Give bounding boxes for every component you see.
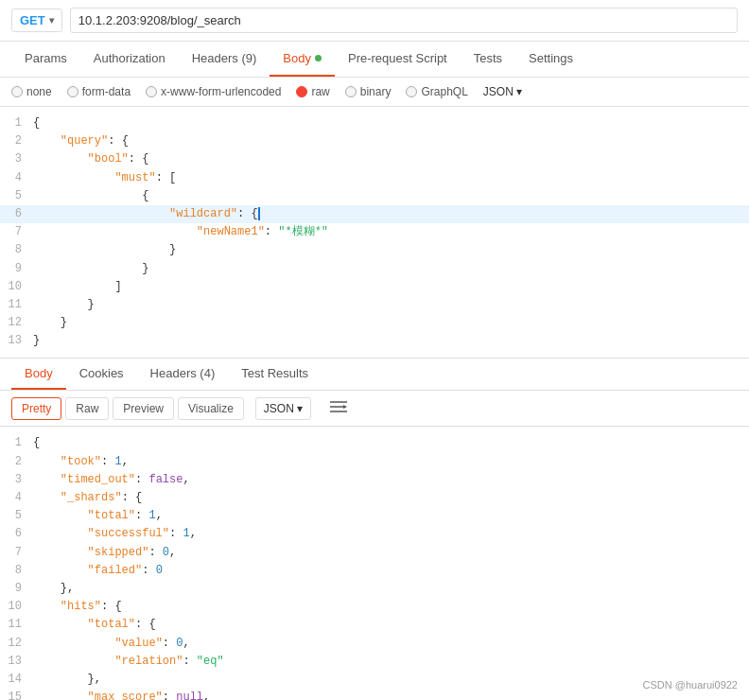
req-line-1: 1 { [0,114,749,132]
resp-line-11: 11 "total": { [0,616,749,634]
radio-binary [345,86,357,97]
url-input[interactable] [70,8,738,33]
req-line-12: 12 } [0,314,749,332]
resp-tab-cookies[interactable]: Cookies [66,359,137,390]
req-line-11: 11 } [0,296,749,314]
resp-line-14: 14 }, [0,671,749,689]
response-body: 1 { 2 "took": 1, 3 "timed_out": false, 4… [0,427,749,700]
body-type-form-data[interactable]: form-data [67,85,131,98]
request-tabs: Params Authorization Headers (9) Body Pr… [0,42,749,78]
resp-tab-test-results[interactable]: Test Results [228,359,322,390]
watermark: CSDN @huarui0922 [643,679,738,691]
json-format-select[interactable]: JSON ▾ [483,85,522,98]
resp-line-1: 1 { [0,434,749,452]
req-line-7: 7 "newName1": "*模糊*" [0,223,749,241]
view-preview-btn[interactable]: Preview [113,397,174,420]
req-line-5: 5 { [0,187,749,205]
tab-settings[interactable]: Settings [515,42,586,77]
request-body-editor[interactable]: 1 { 2 "query": { 3 "bool": { 4 "must": [… [0,107,749,359]
resp-line-10: 10 "hits": { [0,598,749,616]
resp-line-9: 9 }, [0,580,749,598]
resp-line-8: 8 "failed": 0 [0,562,749,580]
resp-line-3: 3 "timed_out": false, [0,471,749,489]
method-label: GET [20,13,45,27]
view-pretty-btn[interactable]: Pretty [11,397,61,420]
req-line-9: 9 } [0,260,749,278]
body-type-none[interactable]: none [11,85,52,98]
resp-tab-headers[interactable]: Headers (4) [137,359,229,390]
radio-none [11,86,23,97]
req-line-8: 8 } [0,241,749,259]
chevron-down-icon: ▾ [49,15,54,26]
req-line-2: 2 "query": { [0,132,749,150]
body-active-dot [315,55,322,61]
resp-line-5: 5 "total": 1, [0,507,749,525]
resp-line-2: 2 "took": 1, [0,453,749,471]
resp-line-7: 7 "skipped": 0, [0,544,749,562]
body-type-graphql[interactable]: GraphQL [406,85,467,98]
response-tabs: Body Cookies Headers (4) Test Results [0,359,749,391]
tab-body[interactable]: Body [270,42,335,77]
url-bar: GET ▾ [0,0,749,42]
req-line-13: 13 } [0,332,749,350]
req-line-10: 10 ] [0,278,749,296]
tab-pre-request-script[interactable]: Pre-request Script [335,42,461,77]
resp-line-6: 6 "successful": 1, [0,525,749,543]
view-raw-btn[interactable]: Raw [65,397,109,420]
body-type-binary[interactable]: binary [345,85,392,98]
resp-line-12: 12 "value": 0, [0,635,749,653]
resp-line-13: 13 "relation": "eq" [0,653,749,671]
req-line-6: 6 "wildcard": { [0,205,749,223]
radio-urlencoded [146,86,157,97]
radio-form-data [67,86,78,97]
response-format-select[interactable]: JSON ▾ [255,397,311,420]
wrap-lines-btn[interactable] [322,396,355,420]
method-select[interactable]: GET ▾ [11,9,62,32]
response-toolbar: Pretty Raw Preview Visualize JSON ▾ [0,391,749,427]
req-line-3: 3 "bool": { [0,150,749,168]
resp-line-4: 4 "_shards": { [0,489,749,507]
tab-authorization[interactable]: Authorization [80,42,179,77]
body-type-selectors: none form-data x-www-form-urlencoded raw… [0,78,749,107]
radio-graphql [406,86,417,97]
tab-params[interactable]: Params [11,42,80,77]
radio-raw [296,86,307,97]
body-type-raw[interactable]: raw [296,85,329,98]
view-visualize-btn[interactable]: Visualize [178,397,244,420]
resp-line-15: 15 "max_score": null, [0,689,749,700]
tab-headers[interactable]: Headers (9) [179,42,270,77]
body-type-urlencoded[interactable]: x-www-form-urlencoded [146,85,281,98]
resp-tab-body[interactable]: Body [11,359,66,390]
tab-tests[interactable]: Tests [461,42,515,77]
req-line-4: 4 "must": [ [0,169,749,187]
